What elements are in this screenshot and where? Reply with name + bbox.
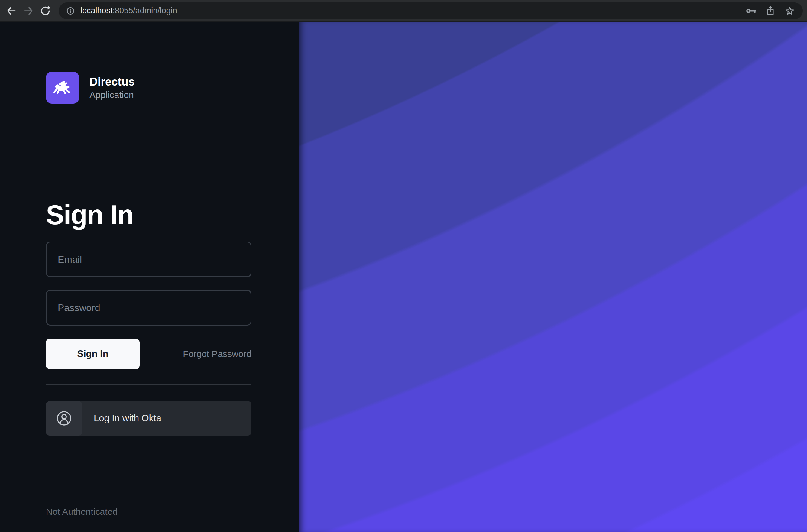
forward-arrow-icon	[22, 5, 35, 17]
screen: localhost:8055/admin/login	[0, 0, 807, 532]
brand: Directus Application	[46, 72, 251, 104]
reload-icon	[39, 5, 51, 17]
form-actions: Sign In Forgot Password	[46, 339, 251, 369]
okta-login-button[interactable]: Log In with Okta	[46, 401, 251, 436]
site-info-icon[interactable]	[63, 4, 77, 18]
brand-subtitle: Application	[90, 90, 135, 100]
address-bar[interactable]: localhost:8055/admin/login	[59, 2, 803, 19]
url-host: localhost	[80, 6, 113, 15]
url-text: localhost:8055/admin/login	[80, 6, 744, 15]
reload-button[interactable]	[37, 2, 54, 19]
forgot-password-link[interactable]: Forgot Password	[183, 349, 251, 359]
bookmark-star-icon[interactable]	[783, 4, 797, 18]
share-icon[interactable]	[764, 4, 777, 18]
auth-status: Not Authenticated	[46, 507, 118, 517]
page-title: Sign In	[46, 200, 251, 230]
rabbit-icon	[52, 77, 73, 98]
artwork-panel	[299, 22, 807, 532]
forward-button[interactable]	[20, 2, 37, 19]
browser-toolbar: localhost:8055/admin/login	[0, 0, 807, 22]
divider	[46, 384, 251, 385]
email-input[interactable]	[46, 242, 251, 277]
okta-login-label: Log In with Okta	[94, 413, 161, 424]
brand-text: Directus Application	[90, 76, 135, 100]
brand-name: Directus	[90, 76, 135, 88]
password-key-icon[interactable]	[744, 4, 758, 18]
login-form: Sign In Forgot Password	[46, 242, 251, 369]
directus-logo	[46, 72, 79, 104]
back-arrow-icon	[5, 5, 18, 17]
sign-in-button[interactable]: Sign In	[46, 339, 140, 369]
url-path: :8055/admin/login	[113, 6, 177, 15]
okta-icon-cell	[46, 401, 82, 436]
account-circle-icon	[56, 410, 72, 426]
login-panel: Directus Application Sign In Sign In For…	[0, 22, 299, 532]
password-input[interactable]	[46, 290, 251, 326]
login-page: Directus Application Sign In Sign In For…	[0, 22, 807, 532]
back-button[interactable]	[3, 2, 20, 19]
